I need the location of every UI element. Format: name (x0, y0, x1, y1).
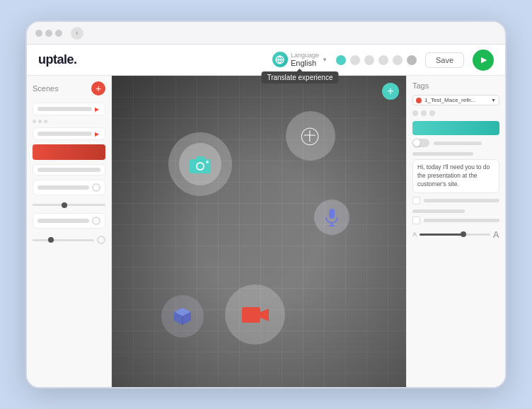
chat-bubble: Hi, today I'll need you to do the presen… (412, 159, 499, 193)
video-icon-bubble[interactable] (225, 284, 285, 345)
toggle-1[interactable] (412, 139, 429, 147)
mini-dot-1 (33, 120, 36, 123)
logo-text: uptale. (38, 52, 77, 67)
mini-dot-3 (44, 120, 47, 123)
font-large-label: A (493, 229, 499, 240)
scene-item-4[interactable] (33, 180, 105, 195)
checkbox-row-1 (412, 197, 499, 204)
scenes-header: Scenes + (33, 81, 105, 96)
back-arrow[interactable]: ‹ (71, 27, 83, 40)
step-dot-3 (364, 55, 374, 65)
step-indicators (336, 55, 417, 65)
slider-circle-2 (97, 236, 105, 244)
slider-thumb-1 (62, 202, 67, 208)
max-btn[interactable] (55, 30, 62, 37)
tag-selector[interactable]: 1_Test_Mace_refir... ▼ (412, 95, 499, 105)
scene-dots-1 (33, 120, 105, 123)
scene-arrow-2: ▶ (95, 131, 100, 137)
scene-arrow-1: ▶ (95, 106, 100, 112)
toggle-row-1 (412, 139, 499, 147)
slider-1[interactable] (33, 202, 105, 207)
scene-bar-1 (37, 107, 92, 111)
title-bar: ‹ (27, 22, 505, 45)
slider-thumb-2 (48, 237, 54, 243)
checkbox-1[interactable] (412, 197, 420, 204)
scene-bar-4 (37, 185, 89, 190)
right-bar-3 (412, 209, 465, 213)
camera-inner (179, 143, 221, 185)
translate-tooltip: Translate experience (261, 71, 338, 83)
canvas-add-button[interactable]: + (382, 83, 399, 100)
scenes-title: Scenes (33, 84, 59, 93)
mic-icon-bubble[interactable] (314, 200, 349, 235)
language-label: Language English (291, 52, 319, 69)
font-size-row[interactable]: A A (412, 229, 499, 240)
svg-marker-12 (260, 309, 269, 321)
scene-circle-5 (92, 217, 100, 225)
scene-item-2[interactable]: ▶ (33, 127, 105, 140)
min-btn[interactable] (45, 30, 52, 37)
checkbox-2[interactable] (412, 217, 420, 224)
scene-circle-4 (92, 183, 100, 192)
right-dots (412, 109, 499, 117)
tags-title: Tags (412, 81, 429, 90)
app-header: uptale. Language English ▼ Translate (27, 45, 505, 76)
svg-point-6 (206, 161, 209, 163)
app-logo: uptale. (38, 52, 77, 67)
scene-item-3[interactable] (33, 164, 105, 175)
save-button[interactable]: Save (425, 52, 464, 68)
language-selector[interactable]: Language English ▼ Translate experience (272, 52, 328, 69)
camera-icon-bubble[interactable] (168, 132, 232, 196)
tag-name: 1_Test_Mace_refir... (424, 97, 490, 103)
add-scene-button[interactable]: + (91, 81, 105, 96)
svg-rect-8 (329, 209, 335, 219)
scene-bar-5 (37, 219, 89, 223)
right-dot-1 (412, 110, 418, 116)
right-sidebar: Tags 1_Test_Mace_refir... ▼ (406, 76, 505, 387)
lang-label-bottom: English (291, 59, 319, 68)
chat-text: Hi, today I'll need you to do the presen… (417, 163, 490, 188)
svg-rect-5 (196, 156, 204, 161)
lang-label-top: Language (291, 52, 319, 59)
translate-icon-bubble[interactable]: ㊉ (286, 111, 335, 161)
step-dot-6 (407, 55, 417, 65)
scene-item-active[interactable] (33, 144, 105, 160)
scene-active-bar (33, 144, 105, 160)
right-dot-3 (429, 110, 435, 116)
svg-text:㊉: ㊉ (300, 125, 320, 146)
scene-item-5[interactable] (33, 213, 105, 229)
device-frame: ‹ uptale. Language English (25, 21, 507, 388)
slider-track-2 (33, 239, 94, 241)
checkbox-bar-2 (424, 219, 499, 222)
language-icon (272, 52, 288, 67)
canvas-area: + ㊉ (112, 76, 406, 387)
checkbox-bar-1 (424, 199, 499, 202)
tags-header: Tags (412, 81, 499, 90)
checkbox-row-2 (412, 217, 499, 224)
left-sidebar: Scenes + ▶ ▶ (27, 76, 112, 387)
tag-color-dot (416, 98, 422, 103)
cube-icon-bubble[interactable] (161, 295, 204, 338)
close-btn[interactable] (35, 30, 42, 37)
right-bar-2 (412, 152, 473, 156)
app-container: uptale. Language English ▼ Translate (27, 45, 505, 387)
slider-2[interactable] (33, 234, 105, 246)
main-content: Scenes + ▶ ▶ (27, 76, 505, 387)
lang-chevron-icon: ▼ (322, 57, 328, 63)
scene-item-1[interactable]: ▶ (33, 103, 105, 115)
play-button[interactable] (473, 50, 494, 71)
svg-rect-11 (242, 307, 260, 323)
right-bar-1 (434, 142, 482, 145)
font-small-label: A (412, 231, 417, 238)
step-dot-5 (393, 55, 403, 65)
font-slider[interactable] (420, 234, 490, 236)
mini-dot-2 (38, 120, 42, 123)
font-slider-thumb (461, 231, 466, 237)
scene-bar-2 (37, 132, 92, 136)
sidebar-sliders (33, 202, 105, 246)
svg-point-4 (197, 163, 203, 169)
step-dot-1 (336, 55, 346, 65)
slider-track-1 (33, 204, 105, 206)
scene-bar-3 (37, 168, 100, 172)
step-dot-2 (350, 55, 360, 65)
